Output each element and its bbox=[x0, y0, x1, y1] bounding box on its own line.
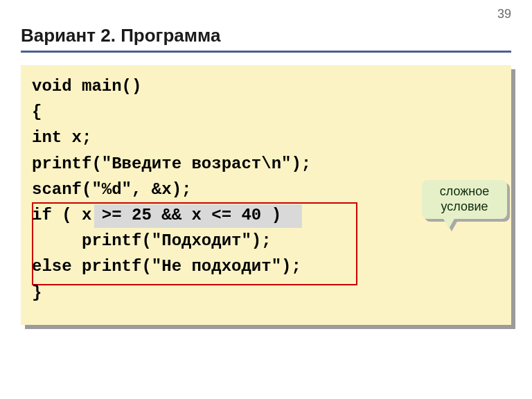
code-line-8: else printf("Не подходит"); bbox=[32, 254, 500, 279]
code-line-2: { bbox=[32, 99, 500, 125]
title-underline bbox=[21, 51, 511, 53]
callout-text-line1: сложное bbox=[432, 184, 497, 200]
code-line-7: printf("Подходит"); bbox=[32, 228, 500, 254]
callout-text-line2: условие bbox=[432, 200, 497, 215]
callout-annotation: сложное условие bbox=[422, 180, 507, 219]
code-line-1: void main() bbox=[32, 73, 500, 99]
code-line-3: int x; bbox=[32, 125, 500, 150]
slide-title: Вариант 2. Программа bbox=[21, 25, 511, 46]
code-line-9: } bbox=[32, 280, 500, 305]
callout-tail bbox=[443, 218, 455, 229]
callout-box: сложное условие bbox=[422, 180, 507, 219]
page-number: 39 bbox=[497, 7, 511, 21]
code-line-4: printf("Введите возраст\n"); bbox=[32, 151, 500, 177]
